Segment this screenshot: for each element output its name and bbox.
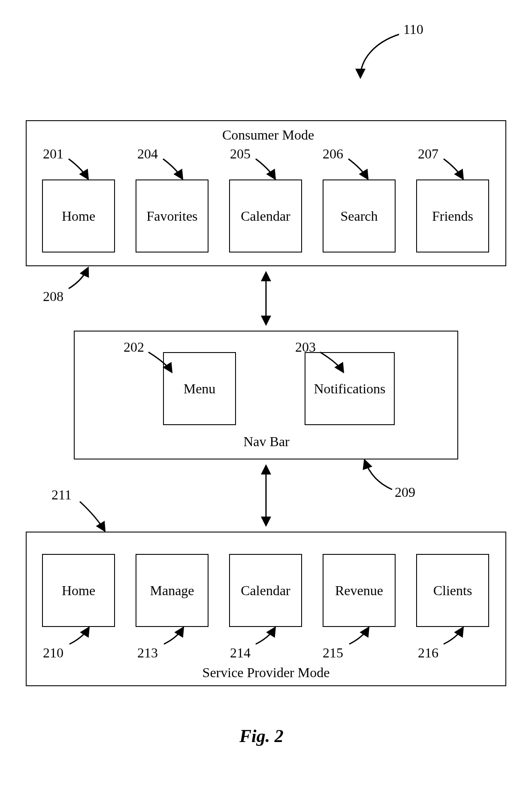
- consumer-box-home-label: Home: [62, 208, 95, 224]
- consumer-box-calendar-label: Calendar: [241, 208, 290, 224]
- leader-208-icon: [69, 268, 88, 289]
- nav-box-notifications: Notifications: [305, 352, 395, 425]
- ref-203: 203: [295, 339, 316, 355]
- ref-206: 206: [323, 146, 343, 162]
- consumer-box-home: Home: [42, 179, 115, 252]
- consumer-box-search: Search: [323, 179, 396, 252]
- ref-213: 213: [137, 645, 158, 661]
- ref-210: 210: [43, 645, 63, 661]
- ref-211: 211: [51, 487, 72, 503]
- sp-box-clients: Clients: [416, 554, 489, 627]
- consumer-box-favorites-label: Favorites: [146, 208, 197, 224]
- sp-box-home: Home: [42, 554, 115, 627]
- ref-204: 204: [137, 146, 158, 162]
- sp-box-revenue-label: Revenue: [335, 583, 383, 599]
- ref-214: 214: [230, 645, 251, 661]
- nav-box-menu-label: Menu: [184, 381, 216, 397]
- consumer-box-search-label: Search: [340, 208, 378, 224]
- ref-208: 208: [43, 289, 63, 304]
- ref-201: 201: [43, 146, 63, 162]
- sp-box-calendar: Calendar: [229, 554, 302, 627]
- leader-110-icon: [360, 34, 399, 77]
- ref-202: 202: [124, 339, 144, 355]
- service-provider-title: Service Provider Mode: [189, 665, 343, 681]
- diagram-figure-2: Consumer Mode Home Favorites Calendar Se…: [0, 0, 532, 803]
- ref-215: 215: [323, 645, 343, 661]
- nav-box-notifications-label: Notifications: [314, 381, 385, 397]
- sp-box-calendar-label: Calendar: [241, 583, 290, 599]
- consumer-box-friends-label: Friends: [432, 208, 473, 224]
- ref-110: 110: [403, 21, 423, 37]
- consumer-box-friends: Friends: [416, 179, 489, 252]
- sp-box-clients-label: Clients: [433, 583, 472, 599]
- ref-205: 205: [230, 146, 251, 162]
- sp-box-manage: Manage: [136, 554, 209, 627]
- sp-box-home-label: Home: [62, 583, 95, 599]
- consumer-box-favorites: Favorites: [136, 179, 209, 252]
- consumer-mode-title: Consumer Mode: [215, 127, 322, 143]
- leader-209-icon: [365, 460, 392, 490]
- nav-box-menu: Menu: [163, 352, 236, 425]
- leader-211-icon: [80, 502, 105, 531]
- nav-bar-title: Nav Bar: [234, 434, 299, 450]
- consumer-box-calendar: Calendar: [229, 179, 302, 252]
- ref-207: 207: [418, 146, 438, 162]
- ref-209: 209: [395, 484, 415, 500]
- ref-216: 216: [418, 645, 438, 661]
- figure-caption: Fig. 2: [239, 726, 284, 746]
- sp-box-revenue: Revenue: [323, 554, 396, 627]
- sp-box-manage-label: Manage: [150, 583, 194, 599]
